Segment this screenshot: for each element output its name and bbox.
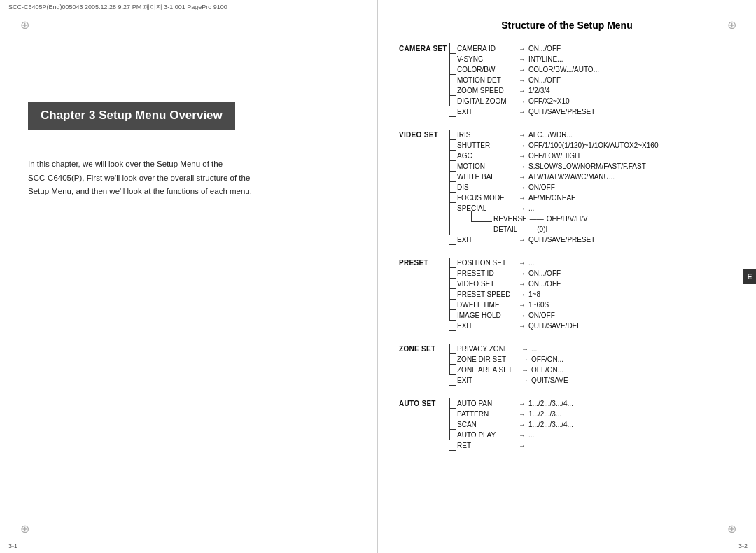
tree-row: MOTION DET→ON.../OFF	[457, 75, 599, 85]
tree-row: CAMERA ID→ON.../OFF	[457, 43, 599, 54]
tree-row: SCAN→1.../2.../3.../4...	[457, 419, 573, 430]
video-set-label: VIDEO SET	[399, 130, 449, 141]
tree-row: WHITE BAL→ATW1/ATW2/AWC/MANU...	[457, 172, 658, 182]
tree-row: AGC→OFF/LOW/HIGH	[457, 150, 658, 161]
tree-row: COLOR/BW→COLOR/BW.../AUTO...	[457, 64, 599, 75]
section-video-set: VIDEO SET	[399, 130, 735, 245]
e-badge-label: E	[747, 272, 752, 281]
tree-row: IRIS→ALC.../WDR...	[457, 130, 658, 140]
page-container: SCC-C6405P(Eng)005043 2005.12.28 9:27 PM…	[0, 0, 756, 553]
bottom-footer: 3-1 3-2	[0, 538, 756, 553]
tree-row: PATTERN→1.../2.../3...	[457, 409, 573, 419]
tree-row: EXIT→QUIT/SAVE	[457, 375, 568, 386]
chapter-title: Chapter 3 Setup Menu Overview	[41, 108, 223, 122]
tree-row: ZONE AREA SET→OFF/ON...	[457, 365, 568, 375]
tree-row: PRESET ID→ON.../OFF	[457, 268, 581, 279]
reg-mark-tl: ⊕	[20, 20, 29, 29]
zone-set-label: ZONE SET	[399, 344, 449, 355]
tree-row: ZOOM SPEED→1/2/3/4	[457, 85, 599, 96]
reg-mark-bl: ⊕	[20, 524, 29, 533]
chapter-intro: In this chapter, we will look over the S…	[28, 158, 349, 199]
tree-row: AUTO PLAY→...	[457, 430, 573, 440]
section-auto-set: AUTO SET AUTO PAN→1.../2.../3.../4... PA…	[399, 398, 735, 451]
section-camera-set: CAMERA SET CAMERA ID→ON.../OFF V	[399, 43, 735, 117]
auto-set-label: AUTO SET	[399, 398, 449, 410]
preset-label: PRESET	[399, 258, 449, 269]
tree-row: DIGITAL ZOOM→OFF/X2~X10	[457, 96, 599, 106]
tree-row: POSITION SET→...	[457, 258, 581, 268]
reg-mark-br: ⊕	[727, 524, 736, 533]
camera-set-label: CAMERA SET	[399, 43, 449, 55]
tree-row: DETAIL——(0)I---	[457, 224, 658, 234]
tree-row: AUTO PAN→1.../2.../3.../4...	[457, 398, 573, 409]
footer-right: 3-2	[738, 542, 748, 550]
menu-tree: CAMERA SET CAMERA ID→ON.../OFF V	[399, 43, 735, 458]
tree-row: VIDEO SET→ON.../OFF	[457, 279, 581, 289]
tree-row: RET→	[457, 440, 573, 451]
tree-row: PRESET SPEED→1~8	[457, 289, 581, 300]
section-zone-set: ZONE SET PRIVACY ZONE→... ZONE DIR SET→O…	[399, 344, 735, 386]
structure-title: Structure of the Setup Menu	[399, 20, 735, 31]
tree-row: EXIT→QUIT/SAVE/PRESET	[457, 106, 599, 117]
tree-row: EXIT→QUIT/SAVE/DEL	[457, 321, 581, 331]
chapter-heading: Chapter 3 Setup Menu Overview	[28, 102, 235, 130]
e-badge: E	[743, 269, 756, 284]
section-preset: PRESET POSITION SET→... PRESET ID→ON.../…	[399, 258, 735, 331]
reg-mark-tr: ⊕	[727, 20, 736, 29]
tree-row: MOTION→S.SLOW/SLOW/NORM/FAST/F.FAST	[457, 161, 658, 172]
footer-left: 3-1	[8, 542, 18, 550]
tree-row: V-SYNC→INT/LINE...	[457, 54, 599, 64]
tree-row: EXIT→QUIT/SAVE/PRESET	[457, 234, 658, 245]
tree-row: DWELL TIME→1~60S	[457, 300, 581, 310]
tree-row: DIS→ON/OFF	[457, 182, 658, 192]
right-page: ⊕ ⊕ E Structure of the Setup Menu CAMERA…	[378, 0, 756, 553]
tree-row: SHUTTER→OFF/1/100(1/120)~1/1OK/AUTOX2~X1…	[457, 140, 658, 150]
tree-row: FOCUS MODE→AF/MF/ONEAF	[457, 192, 658, 203]
intro-text: In this chapter, we will look over the S…	[28, 160, 252, 195]
tree-row: ZONE DIR SET→OFF/ON...	[457, 354, 568, 365]
left-page: ⊕ ⊕ Chapter 3 Setup Menu Overview In thi…	[0, 0, 378, 553]
tree-row: IMAGE HOLD→ON/OFF	[457, 310, 581, 321]
tree-row: PRIVACY ZONE→...	[457, 344, 568, 354]
